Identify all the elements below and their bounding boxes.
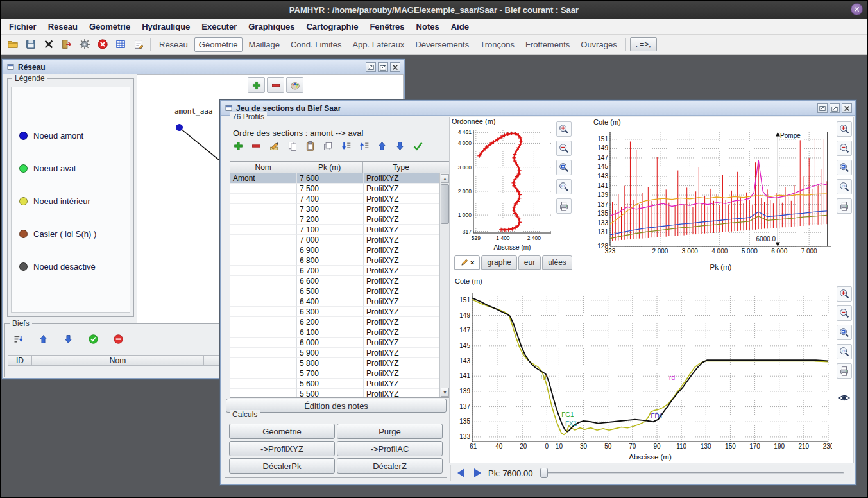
cell-pk[interactable]: 6 900 [297,245,364,255]
cell-type[interactable]: ProfilXYZ [364,235,441,245]
cell-type[interactable]: ProfilXYZ [364,173,441,184]
cell-nom[interactable] [230,184,297,194]
cell-type[interactable]: ProfilXYZ [364,286,441,296]
view-tab-eur[interactable]: eur [518,255,541,270]
cell-pk[interactable]: 7 300 [297,204,364,214]
zoom-out-button[interactable] [556,141,572,156]
cell-nom[interactable] [230,245,297,255]
toolbar-tab-troncons[interactable]: Tronçons [475,37,519,52]
table-row[interactable]: 6 800ProfilXYZ [230,255,441,266]
edit-mode-tab[interactable]: × [454,255,480,270]
calc-decalerpk[interactable]: DécalerPk [229,458,335,474]
cell-type[interactable]: ProfilXYZ [364,276,441,286]
paste-button[interactable] [302,139,318,153]
cell-pk[interactable]: 6 200 [297,317,364,327]
cell-pk[interactable]: 7 400 [297,194,364,204]
zoom-in-button[interactable] [837,121,852,137]
calc-profilxyz[interactable]: ->ProfilXYZ [229,441,335,456]
move-down-button[interactable] [392,139,407,153]
cell-nom[interactable] [230,327,297,338]
cell-nom[interactable] [230,204,297,214]
zoom-out-button[interactable] [837,141,852,156]
prev-section-button[interactable] [455,467,466,479]
cell-type[interactable]: ProfilXYZ [364,296,441,307]
cell-pk[interactable]: 5 700 [297,368,364,379]
cell-pk[interactable]: 5 500 [297,389,364,397]
cell-nom[interactable] [230,317,297,327]
cell-nom[interactable] [230,389,297,397]
cell-type[interactable]: ProfilXYZ [364,307,441,317]
toolbar-tab-frottements[interactable]: Frottements [521,37,574,52]
cell-pk[interactable]: 6 400 [297,296,364,307]
cell-type[interactable]: ProfilXYZ [364,184,441,194]
cell-type[interactable]: ProfilXYZ [364,214,441,225]
section-slider[interactable] [540,467,844,479]
scrollbar-thumb[interactable] [441,184,449,224]
cell-nom[interactable] [230,358,297,368]
cross-section-chart[interactable]: -61-40-200103050709011013015017019021023… [454,285,832,463]
plan-view-chart[interactable]: 5291 4002 4003171 0002 0003 0004 0004 46… [452,125,554,253]
zoom-out-button[interactable] [837,305,852,321]
sort-desc-button[interactable] [338,139,353,153]
reseau-titlebar[interactable]: Réseau [3,60,404,74]
cell-type[interactable]: ProfilXYZ [364,389,441,397]
view-tab-graphe[interactable]: graphe [481,255,516,270]
slider-handle[interactable] [540,468,548,478]
extra-toolbar-button[interactable]: . =>, [630,37,657,51]
table-row[interactable]: 5 900ProfilXYZ [230,348,441,358]
col-type[interactable]: Type [363,162,439,173]
close-window-button[interactable] [842,103,852,113]
zoom-reset-button[interactable]: 1:1 [837,179,852,194]
cell-nom[interactable] [230,235,297,245]
menu-notes[interactable]: Notes [411,20,445,33]
cell-nom[interactable] [230,266,297,276]
palette-button[interactable] [286,77,303,93]
cell-type[interactable]: ProfilXYZ [364,327,441,338]
bief-up-button[interactable] [35,332,51,346]
zoom-select-button[interactable] [837,160,852,175]
cell-type[interactable]: ProfilXYZ [364,204,441,214]
table-button[interactable] [112,37,128,52]
table-row[interactable]: 5 500ProfilXYZ [230,389,441,397]
menu-hydraulique[interactable]: Hydraulique [136,20,196,33]
table-row[interactable]: 7 500ProfilXYZ [230,184,441,194]
table-row[interactable]: 6 500ProfilXYZ [230,286,441,296]
cell-type[interactable]: ProfilXYZ [364,368,441,379]
sort-biefs-button[interactable] [10,332,26,346]
sections-titlebar[interactable]: Jeu de sections du Bief Saar [221,101,855,116]
cell-pk[interactable]: 6 600 [297,276,364,286]
duplicate-button[interactable] [320,139,336,153]
cell-nom[interactable] [230,255,297,266]
cell-pk[interactable]: 6 300 [297,307,364,317]
cell-nom[interactable] [230,338,297,348]
close-window-button[interactable] [390,62,400,72]
cell-pk[interactable]: 5 600 [297,379,364,389]
copy-button[interactable] [284,139,300,153]
maximize-button[interactable] [378,62,388,72]
cell-nom[interactable] [230,194,297,204]
next-section-button[interactable] [472,467,483,479]
remove-bief-button[interactable] [110,332,126,346]
cell-type[interactable]: ProfilXYZ [364,317,441,327]
toolbar-tab-app-lateraux[interactable]: App. Latéraux [348,37,409,52]
cell-type[interactable]: ProfilXYZ [364,194,441,204]
cell-nom[interactable]: Amont [230,173,297,184]
table-row[interactable]: 5 700ProfilXYZ [230,368,441,379]
upstream-node[interactable] [176,124,183,131]
menu-cartographie[interactable]: Cartographie [300,20,364,33]
calc-profilac[interactable]: ->ProfilAC [337,441,443,456]
zoom-in-button[interactable] [556,121,572,137]
print-button[interactable] [556,198,572,214]
cell-nom[interactable] [230,368,297,379]
cell-type[interactable]: ProfilXYZ [364,255,441,266]
toolbar-tab-ouvrages[interactable]: Ouvrages [576,37,621,52]
cell-type[interactable]: ProfilXYZ [364,348,441,358]
cell-pk[interactable]: 6 700 [297,266,364,276]
zoom-in-button[interactable] [837,286,852,302]
run-button[interactable] [58,37,74,52]
cell-pk[interactable]: 6 100 [297,327,364,338]
col-nom[interactable]: Nom [230,162,296,173]
calc-geometrie[interactable]: Géométrie [229,424,335,439]
maximize-button[interactable] [830,103,840,113]
table-row[interactable]: 6 400ProfilXYZ [230,296,441,307]
